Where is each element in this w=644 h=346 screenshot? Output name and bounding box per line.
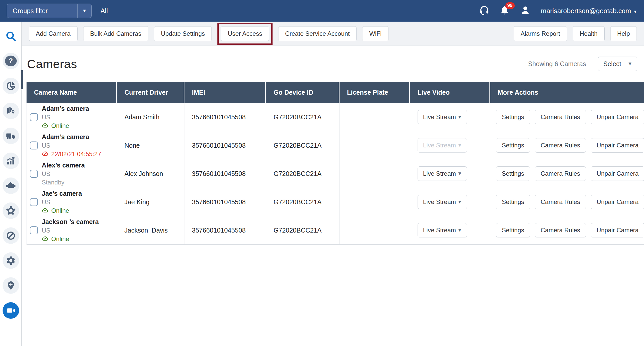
column-header-go-device-id: Go Device ID [266, 82, 340, 103]
user-avatar-icon[interactable] [520, 5, 531, 17]
camera-group: US [42, 114, 89, 121]
live-stream-dropdown[interactable]: Live Stream ▼ [418, 166, 467, 181]
live-stream-dropdown[interactable]: Live Stream ▼ [418, 110, 467, 124]
live-stream-label: Live Stream [423, 170, 456, 177]
camera-rules-button[interactable]: Camera Rules [535, 110, 586, 124]
live-stream-dropdown[interactable]: Live Stream ▼ [418, 138, 467, 153]
restricted-icon[interactable] [3, 227, 19, 244]
camera-group: US [42, 227, 99, 234]
current-driver-cell: Alex Johnson [117, 159, 184, 188]
page-title: Cameras [27, 57, 77, 71]
live-stream-label: Live Stream [423, 227, 456, 234]
row-checkbox[interactable] [30, 198, 38, 206]
groups-filter-label: Groups filter [7, 7, 77, 15]
camera-name: Jae’s camera [42, 190, 82, 197]
help-button[interactable]: Help [610, 26, 637, 41]
current-driver-cell: None [117, 131, 184, 159]
table-row: Alex’s camera US Standby Alex Johnson 35… [27, 159, 644, 188]
settings-button[interactable]: Settings [496, 138, 530, 153]
help-icon[interactable]: ? [3, 53, 19, 69]
imei-cell: 357660101045508 [184, 188, 266, 216]
select-dropdown[interactable]: Select ▼ [598, 57, 637, 71]
row-checkbox[interactable] [30, 141, 38, 149]
settings-button[interactable]: Settings [496, 166, 530, 181]
user-access-button[interactable]: User Access [221, 26, 269, 41]
camera-rules-button[interactable]: Camera Rules [535, 195, 586, 209]
notifications-bell-icon[interactable]: 99 [500, 5, 510, 16]
update-settings-button[interactable]: Update Settings [154, 26, 212, 41]
create-service-account-button[interactable]: Create Service Account [278, 26, 357, 41]
settings-button[interactable]: Settings [496, 110, 530, 124]
camera-rules-button[interactable]: Camera Rules [535, 166, 586, 181]
activity-icon[interactable] [3, 153, 19, 169]
select-dropdown-label: Select [603, 60, 621, 68]
camera-group: US [42, 142, 101, 149]
live-stream-label: Live Stream [423, 113, 456, 121]
live-video-cell: Live Stream ▼ [410, 188, 490, 216]
alarms-report-button[interactable]: Alarms Report [514, 26, 567, 41]
imei-cell: 357660101045508 [184, 131, 266, 159]
map-icon[interactable] [3, 103, 19, 119]
row-checkbox[interactable] [30, 170, 38, 178]
column-header-live-video: Live Video [410, 82, 490, 103]
live-stream-dropdown[interactable]: Live Stream ▼ [418, 223, 467, 237]
camera-icon[interactable] [3, 302, 19, 319]
chevron-down-icon: ▼ [457, 171, 462, 176]
settings-button[interactable]: Settings [496, 195, 530, 209]
search-icon[interactable] [3, 28, 19, 44]
unpair-camera-button[interactable]: Unpair Camera [591, 223, 644, 237]
live-video-cell: Live Stream ▼ [410, 216, 490, 244]
top-bar: Groups filter ▼ All 99 marisarobertson@g… [0, 0, 644, 22]
row-checkbox[interactable] [30, 226, 38, 234]
addins-icon[interactable] [3, 202, 19, 219]
groups-filter-select[interactable]: Groups filter ▼ [7, 4, 92, 18]
camera-rules-button[interactable]: Camera Rules [535, 138, 586, 153]
unpair-camera-button[interactable]: Unpair Camera [591, 110, 644, 124]
camera-name-cell: Alex’s camera US Standby [27, 159, 117, 188]
table-row: Jae’s camera US Online Jae King 35766010… [27, 188, 644, 216]
settings-icon[interactable] [3, 252, 19, 269]
live-stream-dropdown[interactable]: Live Stream ▼ [418, 195, 467, 209]
camera-status-row: 22/02/21 04:55:27 [42, 150, 101, 158]
add-camera-button[interactable]: Add Camera [29, 26, 78, 41]
unpair-camera-button[interactable]: Unpair Camera [591, 166, 644, 181]
column-header-current-driver: Current Driver [117, 82, 184, 103]
more-actions-cell: Settings Camera Rules Unpair Camera [490, 159, 644, 188]
table-row: Adam’s camera US 22/02/21 04:55:27 None … [27, 131, 644, 159]
vehicles-icon[interactable] [3, 128, 19, 144]
health-button[interactable]: Health [573, 26, 604, 41]
user-access-highlight-annotation: User Access [217, 23, 272, 45]
camera-name-cell: Adam’s camera US 22/02/21 04:55:27 [27, 131, 117, 159]
camera-name: Jackson ’s camera [42, 218, 99, 226]
wifi-button[interactable]: WiFi [362, 26, 388, 41]
license-plate-cell [340, 131, 410, 159]
column-header-license-plate: License Plate [340, 82, 410, 103]
unpair-camera-button[interactable]: Unpair Camera [591, 138, 644, 153]
camera-name-cell: Jackson ’s camera US Online [27, 216, 117, 244]
camera-status: 22/02/21 04:55:27 [51, 150, 101, 158]
camera-rules-button[interactable]: Camera Rules [535, 223, 586, 237]
productivity-icon[interactable] [3, 78, 19, 94]
zones-icon[interactable] [3, 277, 19, 294]
sidebar-nav: ? [0, 22, 22, 346]
camera-status: Online [51, 235, 69, 243]
unpair-camera-button[interactable]: Unpair Camera [591, 195, 644, 209]
sidebar-scrollbar-thumb[interactable] [21, 70, 23, 89]
bulk-add-cameras-button[interactable]: Bulk Add Cameras [83, 26, 148, 41]
user-menu[interactable]: marisarobertson@geotab.com ▼ [541, 7, 637, 15]
cloud-online-icon [42, 207, 49, 214]
notification-count-badge: 99 [505, 2, 515, 9]
chevron-down-icon[interactable]: ▼ [78, 8, 91, 14]
camera-status: Online [51, 122, 69, 129]
camera-group: US [42, 170, 85, 178]
column-header-imei: IMEI [184, 82, 266, 103]
table-row: Adam’s camera US Online Adam Smith 35766… [27, 103, 644, 131]
live-stream-label: Live Stream [423, 142, 456, 149]
camera-name-cell: Jae’s camera US Online [27, 188, 117, 216]
support-headset-icon[interactable] [479, 5, 489, 16]
settings-button[interactable]: Settings [496, 223, 530, 237]
engine-icon[interactable] [3, 178, 19, 194]
row-checkbox[interactable] [30, 113, 38, 121]
live-stream-label: Live Stream [423, 198, 456, 206]
camera-status: Standby [42, 179, 64, 186]
